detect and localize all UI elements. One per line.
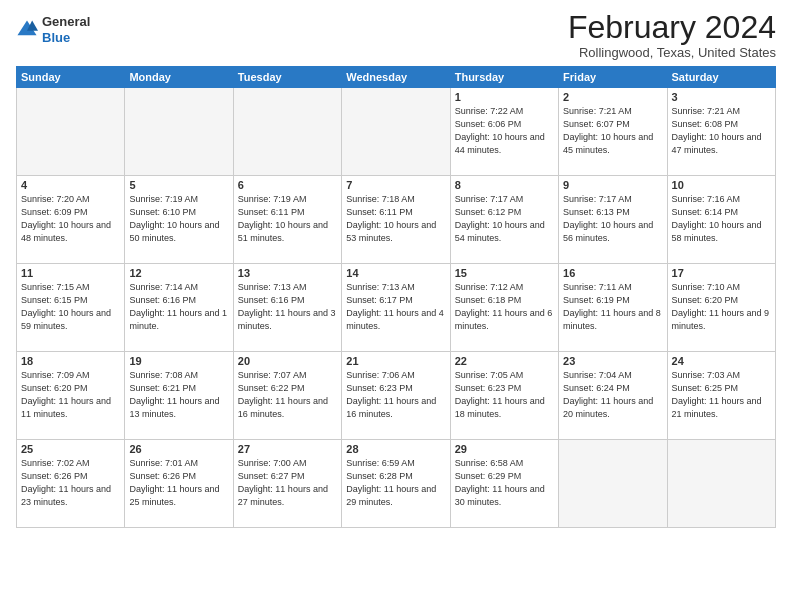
location: Rollingwood, Texas, United States bbox=[568, 45, 776, 60]
day-info: Sunrise: 7:09 AM Sunset: 6:20 PM Dayligh… bbox=[21, 369, 120, 421]
calendar-cell: 7Sunrise: 7:18 AM Sunset: 6:11 PM Daylig… bbox=[342, 176, 450, 264]
calendar-cell: 18Sunrise: 7:09 AM Sunset: 6:20 PM Dayli… bbox=[17, 352, 125, 440]
calendar-week-row: 18Sunrise: 7:09 AM Sunset: 6:20 PM Dayli… bbox=[17, 352, 776, 440]
day-number: 16 bbox=[563, 267, 662, 279]
day-info: Sunrise: 7:15 AM Sunset: 6:15 PM Dayligh… bbox=[21, 281, 120, 333]
calendar-cell: 5Sunrise: 7:19 AM Sunset: 6:10 PM Daylig… bbox=[125, 176, 233, 264]
day-number: 8 bbox=[455, 179, 554, 191]
day-info: Sunrise: 7:08 AM Sunset: 6:21 PM Dayligh… bbox=[129, 369, 228, 421]
day-number: 12 bbox=[129, 267, 228, 279]
weekday-header: Monday bbox=[125, 67, 233, 88]
day-number: 22 bbox=[455, 355, 554, 367]
calendar-page: General Blue February 2024 Rollingwood, … bbox=[0, 0, 792, 612]
day-info: Sunrise: 7:21 AM Sunset: 6:07 PM Dayligh… bbox=[563, 105, 662, 157]
day-number: 13 bbox=[238, 267, 337, 279]
calendar-week-row: 11Sunrise: 7:15 AM Sunset: 6:15 PM Dayli… bbox=[17, 264, 776, 352]
day-info: Sunrise: 7:00 AM Sunset: 6:27 PM Dayligh… bbox=[238, 457, 337, 509]
logo-text: General Blue bbox=[42, 14, 90, 45]
day-info: Sunrise: 7:17 AM Sunset: 6:12 PM Dayligh… bbox=[455, 193, 554, 245]
day-number: 17 bbox=[672, 267, 771, 279]
calendar-cell bbox=[125, 88, 233, 176]
day-number: 6 bbox=[238, 179, 337, 191]
weekday-header-row: SundayMondayTuesdayWednesdayThursdayFrid… bbox=[17, 67, 776, 88]
calendar-cell: 8Sunrise: 7:17 AM Sunset: 6:12 PM Daylig… bbox=[450, 176, 558, 264]
day-info: Sunrise: 6:58 AM Sunset: 6:29 PM Dayligh… bbox=[455, 457, 554, 509]
calendar-cell: 9Sunrise: 7:17 AM Sunset: 6:13 PM Daylig… bbox=[559, 176, 667, 264]
logo-icon bbox=[16, 19, 38, 41]
day-number: 5 bbox=[129, 179, 228, 191]
day-info: Sunrise: 7:05 AM Sunset: 6:23 PM Dayligh… bbox=[455, 369, 554, 421]
day-info: Sunrise: 7:20 AM Sunset: 6:09 PM Dayligh… bbox=[21, 193, 120, 245]
calendar-week-row: 25Sunrise: 7:02 AM Sunset: 6:26 PM Dayli… bbox=[17, 440, 776, 528]
day-info: Sunrise: 7:10 AM Sunset: 6:20 PM Dayligh… bbox=[672, 281, 771, 333]
calendar-week-row: 1Sunrise: 7:22 AM Sunset: 6:06 PM Daylig… bbox=[17, 88, 776, 176]
calendar-week-row: 4Sunrise: 7:20 AM Sunset: 6:09 PM Daylig… bbox=[17, 176, 776, 264]
calendar-cell: 3Sunrise: 7:21 AM Sunset: 6:08 PM Daylig… bbox=[667, 88, 775, 176]
day-number: 24 bbox=[672, 355, 771, 367]
calendar-cell bbox=[559, 440, 667, 528]
calendar-cell bbox=[233, 88, 341, 176]
calendar-cell: 4Sunrise: 7:20 AM Sunset: 6:09 PM Daylig… bbox=[17, 176, 125, 264]
calendar-cell bbox=[17, 88, 125, 176]
calendar-cell: 10Sunrise: 7:16 AM Sunset: 6:14 PM Dayli… bbox=[667, 176, 775, 264]
logo: General Blue bbox=[16, 14, 90, 45]
day-number: 21 bbox=[346, 355, 445, 367]
calendar-cell: 12Sunrise: 7:14 AM Sunset: 6:16 PM Dayli… bbox=[125, 264, 233, 352]
day-info: Sunrise: 7:13 AM Sunset: 6:17 PM Dayligh… bbox=[346, 281, 445, 333]
day-info: Sunrise: 7:01 AM Sunset: 6:26 PM Dayligh… bbox=[129, 457, 228, 509]
calendar-cell bbox=[342, 88, 450, 176]
day-info: Sunrise: 7:04 AM Sunset: 6:24 PM Dayligh… bbox=[563, 369, 662, 421]
calendar-cell: 1Sunrise: 7:22 AM Sunset: 6:06 PM Daylig… bbox=[450, 88, 558, 176]
calendar-cell: 29Sunrise: 6:58 AM Sunset: 6:29 PM Dayli… bbox=[450, 440, 558, 528]
day-info: Sunrise: 7:11 AM Sunset: 6:19 PM Dayligh… bbox=[563, 281, 662, 333]
day-number: 4 bbox=[21, 179, 120, 191]
day-info: Sunrise: 7:03 AM Sunset: 6:25 PM Dayligh… bbox=[672, 369, 771, 421]
calendar-cell: 17Sunrise: 7:10 AM Sunset: 6:20 PM Dayli… bbox=[667, 264, 775, 352]
calendar-cell bbox=[667, 440, 775, 528]
calendar-cell: 16Sunrise: 7:11 AM Sunset: 6:19 PM Dayli… bbox=[559, 264, 667, 352]
logo-blue: Blue bbox=[42, 30, 70, 45]
day-number: 2 bbox=[563, 91, 662, 103]
day-number: 3 bbox=[672, 91, 771, 103]
day-number: 14 bbox=[346, 267, 445, 279]
day-number: 25 bbox=[21, 443, 120, 455]
logo-general: General bbox=[42, 14, 90, 29]
calendar-cell: 28Sunrise: 6:59 AM Sunset: 6:28 PM Dayli… bbox=[342, 440, 450, 528]
day-number: 18 bbox=[21, 355, 120, 367]
day-info: Sunrise: 7:18 AM Sunset: 6:11 PM Dayligh… bbox=[346, 193, 445, 245]
day-number: 26 bbox=[129, 443, 228, 455]
day-info: Sunrise: 7:14 AM Sunset: 6:16 PM Dayligh… bbox=[129, 281, 228, 333]
day-number: 15 bbox=[455, 267, 554, 279]
day-number: 7 bbox=[346, 179, 445, 191]
calendar-cell: 25Sunrise: 7:02 AM Sunset: 6:26 PM Dayli… bbox=[17, 440, 125, 528]
day-info: Sunrise: 7:07 AM Sunset: 6:22 PM Dayligh… bbox=[238, 369, 337, 421]
day-number: 19 bbox=[129, 355, 228, 367]
calendar-cell: 26Sunrise: 7:01 AM Sunset: 6:26 PM Dayli… bbox=[125, 440, 233, 528]
calendar-table: SundayMondayTuesdayWednesdayThursdayFrid… bbox=[16, 66, 776, 528]
weekday-header: Friday bbox=[559, 67, 667, 88]
title-block: February 2024 Rollingwood, Texas, United… bbox=[568, 10, 776, 60]
calendar-cell: 11Sunrise: 7:15 AM Sunset: 6:15 PM Dayli… bbox=[17, 264, 125, 352]
day-number: 28 bbox=[346, 443, 445, 455]
day-number: 29 bbox=[455, 443, 554, 455]
day-info: Sunrise: 7:16 AM Sunset: 6:14 PM Dayligh… bbox=[672, 193, 771, 245]
header: General Blue February 2024 Rollingwood, … bbox=[16, 10, 776, 60]
calendar-cell: 23Sunrise: 7:04 AM Sunset: 6:24 PM Dayli… bbox=[559, 352, 667, 440]
month-title: February 2024 bbox=[568, 10, 776, 45]
day-info: Sunrise: 6:59 AM Sunset: 6:28 PM Dayligh… bbox=[346, 457, 445, 509]
day-info: Sunrise: 7:17 AM Sunset: 6:13 PM Dayligh… bbox=[563, 193, 662, 245]
day-number: 11 bbox=[21, 267, 120, 279]
day-info: Sunrise: 7:13 AM Sunset: 6:16 PM Dayligh… bbox=[238, 281, 337, 333]
day-number: 9 bbox=[563, 179, 662, 191]
day-number: 1 bbox=[455, 91, 554, 103]
calendar-cell: 19Sunrise: 7:08 AM Sunset: 6:21 PM Dayli… bbox=[125, 352, 233, 440]
calendar-cell: 2Sunrise: 7:21 AM Sunset: 6:07 PM Daylig… bbox=[559, 88, 667, 176]
calendar-cell: 20Sunrise: 7:07 AM Sunset: 6:22 PM Dayli… bbox=[233, 352, 341, 440]
day-info: Sunrise: 7:19 AM Sunset: 6:10 PM Dayligh… bbox=[129, 193, 228, 245]
day-info: Sunrise: 7:22 AM Sunset: 6:06 PM Dayligh… bbox=[455, 105, 554, 157]
day-number: 23 bbox=[563, 355, 662, 367]
weekday-header: Thursday bbox=[450, 67, 558, 88]
day-number: 27 bbox=[238, 443, 337, 455]
calendar-cell: 21Sunrise: 7:06 AM Sunset: 6:23 PM Dayli… bbox=[342, 352, 450, 440]
calendar-cell: 15Sunrise: 7:12 AM Sunset: 6:18 PM Dayli… bbox=[450, 264, 558, 352]
